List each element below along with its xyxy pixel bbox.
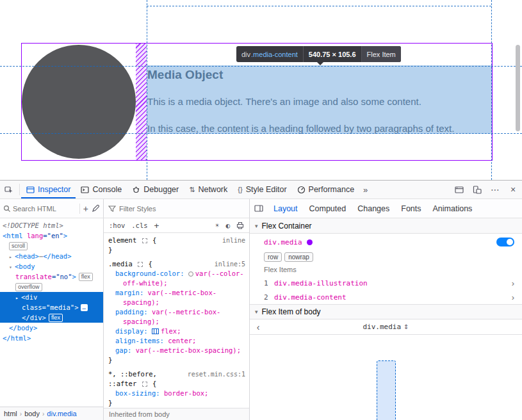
overlay-color-swatch[interactable] [307,239,313,245]
rule-selector-line2[interactable]: ::after { [104,379,249,389]
markup-line-div-close[interactable]: </div>flex [0,312,103,323]
declaration-display[interactable]: display: flex; [104,327,249,336]
sidebar-toggle-button[interactable] [250,199,268,218]
tab-console[interactable]: Console [76,181,127,198]
rule-source-link[interactable]: inline [222,236,245,245]
tab-animations[interactable]: Animations [427,199,478,218]
declaration-gap[interactable]: gap: var(--metric-box-spacing); [104,346,249,355]
selector-highlighter-icon[interactable] [142,382,147,387]
search-input[interactable] [13,205,77,213]
chevron-right-icon[interactable]: › [512,293,514,302]
markup-line-div-attrs[interactable]: class="media">… [0,302,103,312]
flex-item-of-header[interactable]: ▾ Flex Item of body [250,304,522,319]
page-scrollbar-thumb[interactable] [516,45,520,131]
element-picker-button[interactable] [0,181,18,198]
light-scheme-sim-icon[interactable]: ☀ [215,222,220,229]
selector-highlighter-icon[interactable] [138,262,143,267]
responsive-design-button[interactable] [468,181,486,198]
flex-badge-active[interactable]: flex [49,314,63,322]
tab-performance[interactable]: Performance [292,181,360,198]
markup-line-div-open[interactable]: ▸<div [0,292,103,302]
pseudo-class-button[interactable]: :hov [109,222,125,229]
class-panel-button[interactable]: .cls [131,222,147,229]
collapse-arrow-icon[interactable]: ▸ [15,293,21,303]
rule-selector-line[interactable]: .media {inline:5 [104,259,249,269]
add-rule-button[interactable]: + [154,221,159,230]
tab-style-editor[interactable]: {} Style Editor [232,181,291,198]
tab-changes[interactable]: Changes [352,199,395,218]
chevron-left-icon[interactable]: ‹ [250,322,266,332]
flex-item-row-2[interactable]: 2 div.media-content › [250,290,522,304]
rules-panel: :hov .cls + ☀ ◐ element {inline } .media… [104,218,250,420]
dark-scheme-sim-icon[interactable]: ◐ [225,222,230,229]
declaration-align-items[interactable]: align-items: center; [104,336,249,346]
tab-fonts[interactable]: Fonts [395,199,427,218]
tab-computed[interactable]: Computed [304,199,352,218]
breadcrumb-html[interactable]: html [4,410,17,417]
media-illustration-circle [22,45,136,159]
node-link-media-illustration[interactable]: div.media-illustration [274,279,368,287]
chevron-right-icon[interactable]: › [512,279,514,288]
color-swatch[interactable] [188,271,193,277]
close-devtools-button[interactable]: × [504,181,522,198]
expand-arrow-icon[interactable]: ▾ [9,262,15,273]
breadcrumb: html › body › div.media [0,407,103,420]
flex-badge[interactable]: flex [79,273,93,281]
scroll-badge[interactable]: scroll [9,242,28,250]
declaration-margin[interactable]: margin: var(--metric-box-spacing); [104,288,249,307]
tab-network[interactable]: ⇅ Network [184,181,232,198]
print-sim-icon[interactable] [236,222,244,229]
sidebar-tabs: Layout Computed Changes Fonts Animations [250,199,522,218]
flex-container-header[interactable]: ▾ Flex Container [250,218,522,234]
tab-layout[interactable]: Layout [268,199,304,218]
layout-panel: ▾ Flex Container div.media row nowrap Fl… [250,218,522,420]
breadcrumb-div-media[interactable]: div.media [47,410,76,417]
markup-line-body-close[interactable]: </body> [0,323,103,333]
flex-item-sizing-rect [377,360,396,420]
add-node-button[interactable]: + [82,204,90,214]
node-link-div-media[interactable]: div.media [264,238,302,246]
node-link-media-content[interactable]: div.media-content [274,293,347,302]
flex-item-selector[interactable]: div.media ⇕ [266,323,505,331]
declaration-box-sizing[interactable]: box-sizing: border-box; [104,389,249,398]
filter-styles-input[interactable] [119,205,245,213]
flex-overlay-toggle[interactable] [496,238,514,246]
overflow-badge[interactable]: overflow [15,283,42,291]
show-all-nodes-button[interactable]: … [81,304,88,311]
markup-line-html[interactable]: <html lang="en"> [0,230,103,241]
markup-line-doctype[interactable]: <!DOCTYPE html> [0,220,103,230]
markup-line-body-open[interactable]: ▾<body [0,261,103,271]
flexbox-toggle-icon[interactable] [152,328,159,334]
markup-line-scroll-badge: scroll [0,241,103,251]
flex-wrap-badge: nowrap [284,252,313,262]
breadcrumb-body[interactable]: body [24,410,40,417]
eyedropper-icon[interactable] [92,204,100,213]
tab-debugger[interactable]: Debugger [127,181,184,198]
flex-item-row-1[interactable]: 1 div.media-illustration › [250,276,522,290]
browser-toolbox-button[interactable] [450,181,468,198]
style-editor-icon: {} [238,186,242,193]
rules-toolbar: :hov .cls + ☀ ◐ [104,218,249,233]
rule-source-link[interactable]: reset.min.css:1 [188,369,245,379]
rule-close-line: } [104,245,249,255]
markup-line-html-close[interactable]: </html> [0,333,103,343]
declaration-padding[interactable]: padding: var(--metric-box-spacing); [104,307,249,327]
declaration-background-color[interactable]: background-color: var(--color-off-white)… [104,269,249,288]
section-triangle-icon: ▾ [255,309,258,315]
rule-media: .media {inline:5 background-color: var(-… [104,259,249,365]
rule-selector-line[interactable]: element {inline [104,236,249,245]
selector-highlighter-icon[interactable] [142,238,147,243]
rule-source-link[interactable]: inline:5 [215,259,245,269]
meatball-menu-button[interactable]: ⋯ [486,181,504,198]
rule-selector-line[interactable]: *, ::before,reset.min.css:1 [104,369,249,379]
more-tools-button[interactable]: » [359,181,371,198]
rule-reset: *, ::before,reset.min.css:1 ::after { bo… [104,369,249,408]
markup-line-body-attrs[interactable]: translate="no">flex [0,271,103,282]
flex-item-diagram [250,335,522,420]
tab-inspector[interactable]: Inspector [21,181,76,198]
markup-line-head[interactable]: ▸<head>⋯</head> [0,251,103,261]
highlighter-infobar: div.media-content 540.75 × 105.6 Flex It… [236,46,401,62]
media-content-highlight-overlay [147,65,492,134]
devtools-panel: Inspector Console Debugger ⇅ Network {} … [0,180,522,420]
infobar-dimensions: 540.75 × 105.6 [303,46,362,62]
